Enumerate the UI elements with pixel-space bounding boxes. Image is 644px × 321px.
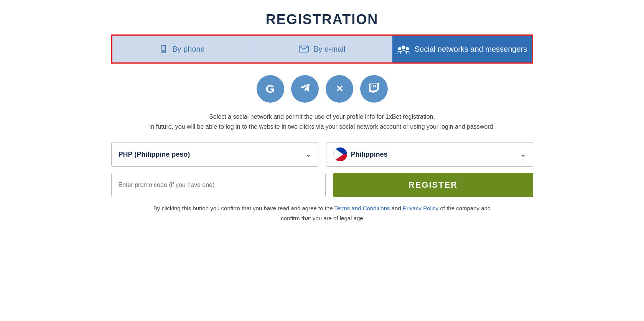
google-button[interactable]: G — [257, 75, 284, 103]
tab-email-label: By e-mail — [313, 45, 345, 54]
email-icon — [299, 46, 309, 52]
svg-rect-2 — [162, 46, 165, 51]
x-twitter-icon: ✕ — [336, 84, 343, 94]
x-twitter-button[interactable]: ✕ — [326, 75, 353, 103]
terms-prefix: By clicking this button you confirm that… — [153, 205, 334, 211]
svg-point-6 — [406, 47, 409, 50]
terms-middle: and — [390, 205, 403, 211]
terms-text: By clicking this button you confirm that… — [111, 203, 533, 223]
tab-email[interactable]: By e-mail — [252, 36, 392, 62]
social-networks-icon — [397, 44, 410, 54]
philippines-flag-icon — [333, 147, 347, 161]
tab-social[interactable]: Social networks and messengers — [392, 36, 532, 62]
tab-phone-label: By phone — [172, 45, 205, 54]
twitch-icon — [368, 82, 380, 96]
telegram-button[interactable] — [291, 75, 319, 103]
svg-point-5 — [398, 47, 401, 50]
phone-icon — [159, 45, 168, 53]
promo-input-wrapper[interactable] — [111, 173, 326, 197]
country-chevron-icon: ⌄ — [520, 150, 526, 159]
privacy-policy-link[interactable]: Privacy Policy — [403, 205, 438, 211]
svg-rect-8 — [373, 85, 374, 87]
terms-line2: confirm that you are of legal age — [281, 215, 363, 221]
terms-conditions-link[interactable]: Terms and Conditions — [334, 205, 390, 211]
description-line1: Select a social network and permit the u… — [111, 112, 533, 122]
description-line2: In future, you will be able to log in to… — [111, 122, 533, 132]
currency-country-row: PHP (Philippine peso) ⌄ Philippines ⌄ — [111, 142, 533, 167]
currency-value: PHP (Philippine peso) — [119, 151, 190, 159]
tabs-wrapper: By phone By e-mail — [111, 34, 533, 64]
promo-input[interactable] — [119, 182, 318, 188]
description-text: Select a social network and permit the u… — [111, 112, 533, 131]
currency-chevron-icon: ⌄ — [305, 150, 311, 159]
registration-container: REGISTRATION By phone By e-mail — [111, 11, 533, 223]
country-select[interactable]: Philippines ⌄ — [326, 142, 533, 167]
telegram-icon — [299, 82, 311, 97]
twitch-button[interactable] — [360, 75, 388, 103]
country-value: Philippines — [351, 151, 388, 159]
register-button[interactable]: REGISTER — [333, 173, 533, 197]
tab-phone[interactable]: By phone — [112, 36, 252, 62]
terms-suffix: of the company and — [438, 205, 491, 211]
social-icons-row: G ✕ — [111, 75, 533, 103]
currency-select[interactable]: PHP (Philippine peso) ⌄ — [111, 142, 318, 167]
promo-register-row: REGISTER — [111, 173, 533, 197]
tab-social-label: Social networks and messengers — [415, 45, 527, 54]
page-title: REGISTRATION — [111, 11, 533, 28]
svg-rect-7 — [375, 85, 376, 87]
svg-point-4 — [402, 46, 405, 49]
google-icon: G — [266, 82, 275, 95]
